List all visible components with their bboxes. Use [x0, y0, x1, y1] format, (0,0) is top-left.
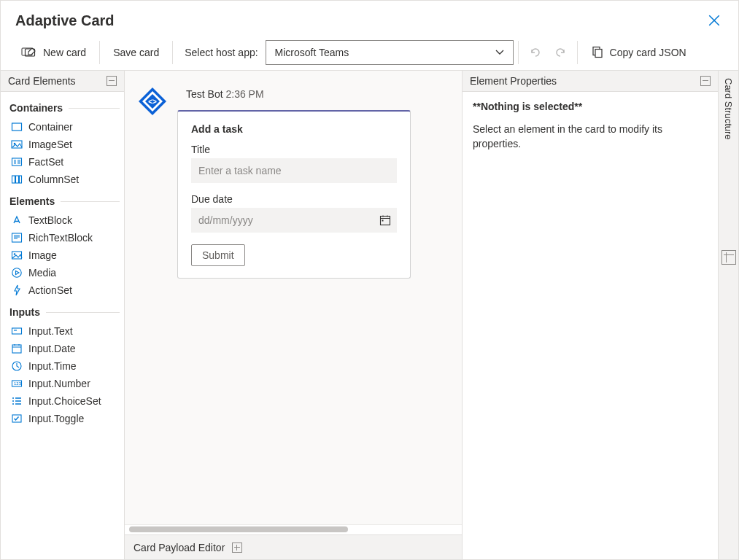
- catalog-item-label: TextBlock: [28, 214, 72, 226]
- properties-instruction: Select an element in the card to modify …: [473, 122, 708, 151]
- group-elements-title: Elements: [9, 195, 55, 207]
- edit-icon: [24, 46, 37, 59]
- expand-icon[interactable]: [721, 250, 736, 265]
- catalog-item-input-choiceset[interactable]: Input.ChoiceSet: [9, 392, 120, 410]
- redo-button[interactable]: [548, 40, 573, 65]
- copy-icon: [591, 46, 604, 59]
- catalog-item-label: Input.Toggle: [28, 413, 84, 424]
- divider: [61, 201, 120, 202]
- undo-button[interactable]: [523, 40, 548, 65]
- adaptive-card[interactable]: Add a task Title Due date Submit: [177, 110, 411, 279]
- expand-icon[interactable]: [232, 542, 242, 553]
- separator: [172, 41, 173, 64]
- catalog-item-input-number[interactable]: 123Input.Number: [9, 375, 120, 392]
- close-button[interactable]: [702, 8, 727, 33]
- nothing-selected-text: **Nothing is selected**: [473, 101, 708, 112]
- catalog-item-label: Input.Time: [28, 360, 77, 372]
- catalog-item-input-text[interactable]: Input.Text: [9, 322, 120, 340]
- catalog-item-input-time[interactable]: Input.Time: [9, 357, 120, 375]
- catalog-item-textblock[interactable]: TextBlock: [9, 211, 120, 229]
- due-date-label: Due date: [191, 193, 397, 205]
- catalog-item-image[interactable]: Image: [9, 246, 120, 264]
- catalog-item-container[interactable]: Container: [9, 118, 120, 136]
- input-text-icon: [11, 325, 23, 337]
- bot-time: 2:36 PM: [225, 88, 263, 100]
- copy-json-button[interactable]: Copy card JSON: [582, 42, 695, 63]
- page-title: Adaptive Card: [15, 12, 115, 29]
- catalog-item-richtextblock[interactable]: RichTextBlock: [9, 229, 120, 246]
- save-card-button[interactable]: Save card: [104, 42, 168, 63]
- catalog-item-columnset[interactable]: ColumnSet: [9, 171, 120, 188]
- toolbar: New card Save card Select host app: Micr…: [1, 34, 738, 71]
- columnset-icon: [11, 174, 23, 185]
- catalog-item-media[interactable]: Media: [9, 264, 120, 281]
- host-app-label: Select host app:: [177, 47, 265, 58]
- catalog-item-label: Input.Date: [28, 343, 76, 354]
- input-date-icon: [11, 343, 23, 354]
- svg-rect-8: [12, 176, 15, 183]
- svg-rect-4: [12, 123, 22, 131]
- card-structure-tab[interactable]: Card Structure: [720, 71, 737, 147]
- payload-editor-tab[interactable]: Card Payload Editor: [125, 534, 462, 559]
- input-choiceset-icon: [11, 395, 23, 407]
- new-card-button[interactable]: New card: [12, 42, 95, 63]
- input-time-icon: [11, 360, 23, 372]
- svg-point-14: [12, 268, 21, 277]
- bot-avatar: <>: [136, 85, 169, 117]
- catalog-item-actionset[interactable]: ActionSet: [9, 281, 120, 299]
- catalog-item-input-date[interactable]: Input.Date: [9, 340, 120, 357]
- svg-text:123: 123: [14, 381, 22, 386]
- svg-rect-9: [16, 176, 19, 183]
- copy-json-label: Copy card JSON: [610, 47, 686, 58]
- element-properties-panel: Element Properties **Nothing is selected…: [463, 71, 718, 559]
- host-app-select[interactable]: Microsoft Teams: [266, 40, 514, 65]
- collapse-icon[interactable]: [700, 76, 711, 86]
- bot-name: Test Bot: [186, 88, 223, 100]
- factset-icon: [11, 156, 23, 168]
- chevron-down-icon: [495, 48, 504, 57]
- catalog-item-label: FactSet: [28, 156, 63, 168]
- catalog-item-factset[interactable]: FactSet: [9, 153, 120, 171]
- canvas-panel: <> Test Bot 2:36 PM Add a task Title Due: [125, 71, 463, 559]
- svg-rect-3: [595, 49, 602, 57]
- submit-button[interactable]: Submit: [191, 244, 245, 266]
- catalog-item-label: Input.ChoiceSet: [28, 395, 101, 407]
- image-icon: [11, 249, 23, 261]
- media-icon: [11, 267, 23, 279]
- collapse-icon[interactable]: [107, 76, 117, 86]
- input-number-icon: 123: [11, 378, 23, 389]
- svg-rect-26: [382, 220, 384, 222]
- svg-rect-10: [20, 176, 22, 183]
- svg-text:<>: <>: [148, 98, 157, 106]
- card-elements-panel: Card Elements Containers Container Image…: [1, 71, 125, 559]
- textblock-icon: [11, 214, 23, 226]
- svg-rect-25: [381, 217, 390, 225]
- catalog-item-input-toggle[interactable]: Input.Toggle: [9, 410, 120, 427]
- catalog-item-label: Input.Number: [28, 378, 90, 389]
- payload-editor-label: Card Payload Editor: [134, 542, 225, 553]
- undo-icon: [529, 46, 542, 59]
- title-input[interactable]: [191, 158, 397, 183]
- group-inputs-title: Inputs: [9, 306, 40, 318]
- catalog-item-label: ImageSet: [28, 139, 72, 150]
- right-rail: Card Structure: [718, 71, 738, 559]
- new-card-label: New card: [43, 47, 86, 58]
- host-app-value: Microsoft Teams: [275, 47, 349, 58]
- calendar-icon[interactable]: [379, 214, 391, 226]
- imageset-icon: [11, 139, 23, 150]
- bot-avatar-icon: <>: [137, 86, 168, 117]
- group-containers-title: Containers: [9, 102, 63, 114]
- title-field-label: Title: [191, 144, 397, 155]
- divider: [69, 108, 120, 109]
- catalog-item-label: Input.Text: [28, 325, 73, 337]
- svg-rect-11: [12, 233, 22, 242]
- element-properties-title: Element Properties: [470, 75, 557, 87]
- divider: [46, 312, 120, 313]
- richtextblock-icon: [11, 232, 23, 244]
- horizontal-scrollbar[interactable]: [125, 524, 462, 534]
- actionset-icon: [11, 284, 23, 296]
- separator: [99, 41, 100, 64]
- catalog-item-imageset[interactable]: ImageSet: [9, 136, 120, 153]
- separator: [518, 41, 519, 64]
- due-date-input[interactable]: [191, 208, 397, 233]
